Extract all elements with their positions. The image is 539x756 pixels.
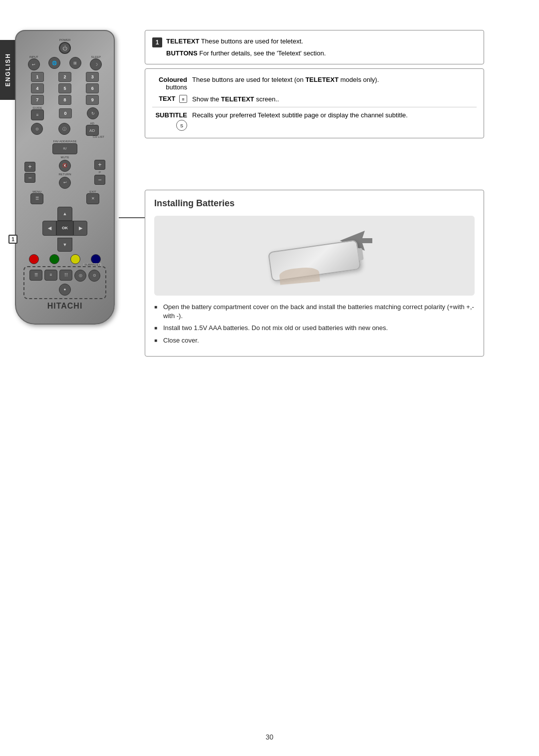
info-button[interactable]: ⓘ bbox=[58, 123, 70, 135]
coloured-text-label: buttons bbox=[166, 83, 187, 91]
num-6-button[interactable]: 6 bbox=[86, 83, 99, 93]
teletext-row-2: BUTTONS For further details, see the 'Te… bbox=[152, 49, 477, 57]
mute-button[interactable]: 🔇 bbox=[59, 160, 71, 172]
text-label: TEXT bbox=[159, 95, 175, 102]
sleep-button[interactable]: ☽ bbox=[90, 58, 102, 70]
menu-btn-group: MENU ☰ bbox=[30, 190, 43, 204]
language-tab: ENGLISH bbox=[0, 40, 16, 100]
info-section: 1 TELETEXT These buttons are used for te… bbox=[145, 30, 484, 142]
coloured-desc: These buttons are used for teletext (on … bbox=[192, 76, 379, 83]
battery-bullets: Open the battery compartment cover on th… bbox=[154, 303, 475, 345]
sleep-btn-group: SLEEP ☽ bbox=[90, 55, 102, 70]
menu-button[interactable]: ☰ bbox=[30, 193, 43, 204]
refresh-button[interactable]: ↻ bbox=[87, 107, 99, 119]
vol-minus-button[interactable]: − bbox=[24, 173, 35, 183]
return-label: RETURN bbox=[59, 173, 71, 176]
nav-right-button[interactable]: ▶ bbox=[73, 221, 87, 236]
remote-control: POWER INPUT ↩ 🌐 ⊞ SLEEP ☽ 1 2 3 4 5 6 bbox=[15, 30, 115, 325]
ch-plus-button[interactable]: + bbox=[94, 160, 105, 170]
num-1-button[interactable]: 1 bbox=[31, 72, 44, 82]
batteries-title: Installing Batteries bbox=[154, 198, 475, 209]
connector-line bbox=[119, 217, 146, 218]
teletext-desc: These buttons are used for teletext. bbox=[201, 37, 303, 45]
channel-side: + P − bbox=[94, 160, 105, 185]
nav-up-button[interactable]: ▲ bbox=[57, 207, 72, 221]
num-row-2: 4 5 6 bbox=[23, 83, 106, 93]
ch-list-button[interactable]: ⊙ bbox=[31, 123, 43, 135]
text-btn-3[interactable]: ☷ bbox=[59, 270, 72, 281]
coloured-row: Coloured buttons These buttons are used … bbox=[152, 76, 477, 91]
text-desc: Show the TELETEXT screen.. bbox=[192, 95, 279, 103]
menu-label: MENU bbox=[32, 190, 41, 193]
num-2-button[interactable]: 2 bbox=[58, 72, 71, 82]
power-area: POWER bbox=[23, 38, 106, 54]
battery-bullet-1: Open the battery compartment cover on th… bbox=[154, 303, 475, 321]
vol-ch-area: + − MUTE 🔇 RETURN ↩ + P − bbox=[24, 156, 105, 189]
subtitle-desc: Recalls your preferred Teletext subtitle… bbox=[192, 111, 408, 119]
nav-down-button[interactable]: ▼ bbox=[57, 238, 72, 252]
grid-button[interactable]: ⊞ bbox=[69, 57, 81, 69]
teletext-text: TELETEXT These buttons are used for tele… bbox=[166, 37, 303, 45]
battery-bullet-3: Close cover. bbox=[154, 336, 475, 345]
batteries-section: Installing Batteries Open the battery co… bbox=[145, 190, 484, 357]
brand-label: HITACHI bbox=[23, 302, 106, 311]
battery-group bbox=[270, 246, 359, 276]
num-9-button[interactable]: 9 bbox=[86, 95, 99, 105]
fav-button[interactable]: ≡/ bbox=[52, 143, 77, 154]
num-row-3: 7 8 9 bbox=[23, 95, 106, 105]
teletext-info-box: 1 TELETEXT These buttons are used for te… bbox=[145, 30, 484, 64]
num-5-button[interactable]: 5 bbox=[58, 83, 71, 93]
text-btn-2[interactable]: ≡ bbox=[44, 270, 57, 281]
return-button[interactable]: ↩ bbox=[59, 177, 71, 189]
coloured-info-box: Coloured buttons These buttons are used … bbox=[145, 68, 484, 138]
text-btn-4[interactable]: ◎ bbox=[74, 270, 86, 282]
nav-left-button[interactable]: ◀ bbox=[42, 221, 56, 236]
buttons-desc: For further details, see the 'Teletext' … bbox=[199, 49, 326, 57]
green-button[interactable] bbox=[49, 254, 59, 264]
guide-button[interactable]: ≡ bbox=[31, 109, 44, 120]
remote-control-container: POWER INPUT ↩ 🌐 ⊞ SLEEP ☽ 1 2 3 4 5 6 bbox=[15, 30, 120, 330]
power-label: POWER bbox=[23, 38, 106, 41]
red-button[interactable] bbox=[29, 254, 39, 264]
subtitle-row: SUBTITLE S Recalls your preferred Telete… bbox=[152, 111, 477, 131]
teletext-badge: 1 bbox=[152, 37, 162, 47]
yellow-button[interactable] bbox=[70, 254, 80, 264]
num-0-button[interactable]: 0 bbox=[59, 108, 72, 118]
subtitle-bold-label: SUBTITLE bbox=[155, 111, 187, 119]
ad-button[interactable]: AD bbox=[86, 125, 99, 136]
teletext-buttons-box: SUBPAGE+ ☰ ≡ ☷ ◎ ⊙ ● bbox=[23, 266, 106, 299]
ch-list-label: CH LIST bbox=[23, 135, 106, 138]
text-btn-6[interactable]: ● bbox=[59, 284, 71, 296]
vol-plus-button[interactable]: + bbox=[24, 162, 35, 172]
text-btn-5[interactable]: ⊙ bbox=[88, 270, 100, 282]
ch-minus-button[interactable]: − bbox=[94, 175, 105, 185]
coloured-label-group: Coloured buttons bbox=[152, 76, 192, 91]
nav-ok-button[interactable]: OK bbox=[56, 221, 73, 236]
teletext-buttons-inner: ☰ ≡ ☷ ◎ ⊙ ● bbox=[27, 270, 103, 296]
num-3-button[interactable]: 3 bbox=[86, 72, 99, 82]
battery-bullet-2: Install two 1.5V AAA batteries. Do not m… bbox=[154, 324, 475, 333]
input-button[interactable]: ↩ bbox=[28, 58, 40, 70]
subpage-label: SUBPAGE+ bbox=[83, 263, 101, 266]
internet-button[interactable]: 🌐 bbox=[48, 57, 60, 69]
power-button[interactable] bbox=[59, 42, 71, 54]
text-row: TEXT ≡ Show the TELETEXT screen.. bbox=[152, 95, 477, 103]
p-label-group: P bbox=[94, 171, 105, 174]
volume-side: + − bbox=[24, 162, 35, 183]
colored-buttons-row bbox=[23, 254, 106, 264]
num-4-button[interactable]: 4 bbox=[31, 83, 44, 93]
battery-illustration bbox=[154, 216, 475, 296]
exit-button[interactable]: ✕ bbox=[86, 193, 99, 204]
language-label: ENGLISH bbox=[4, 53, 11, 86]
exit-label: EXIT bbox=[89, 190, 96, 193]
text-btn-1[interactable]: ☰ bbox=[29, 270, 42, 281]
p-label: P bbox=[99, 171, 101, 174]
buttons-bold-label: BUTTONS bbox=[166, 49, 198, 57]
teletext-strong: TELETEXT bbox=[305, 76, 338, 83]
buttons-text: BUTTONS For further details, see the 'Te… bbox=[166, 49, 326, 57]
blue-button[interactable] bbox=[91, 254, 101, 264]
num-8-button[interactable]: 8 bbox=[58, 95, 71, 105]
fav-row: FAV ADD/ERASE ≡/ bbox=[23, 140, 106, 154]
coloured-bold: Coloured bbox=[159, 76, 187, 83]
num-7-button[interactable]: 7 bbox=[31, 95, 44, 105]
